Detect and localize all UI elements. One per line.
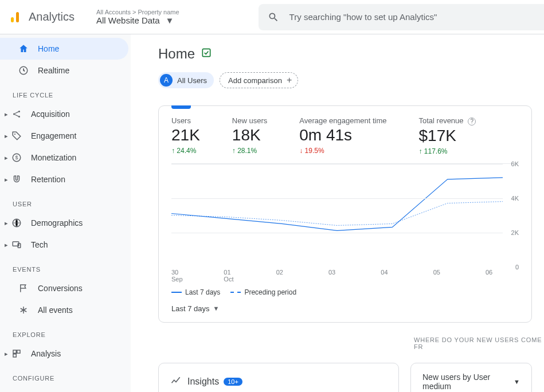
- metric-delta: ↑ 24.4%: [171, 147, 200, 155]
- help-icon[interactable]: ?: [468, 117, 476, 126]
- sidebar-item-label: Retention: [31, 175, 65, 184]
- sidebar-item-monetization[interactable]: ▸ $ Monetization: [0, 147, 128, 168]
- metric-label: Total revenue ?: [419, 116, 476, 126]
- chevron-right-icon: ▸: [5, 176, 10, 183]
- account-picker[interactable]: All Accounts > Property name All Website…: [92, 0, 184, 34]
- active-metric-indicator: [171, 105, 191, 109]
- legend-item: Preceding period: [230, 288, 296, 296]
- sidebar-item-label: Conversions: [38, 284, 83, 293]
- chevron-right-icon: ▸: [5, 132, 10, 140]
- svg-rect-16: [202, 49, 210, 56]
- sidebar-item-retention[interactable]: ▸ Retention: [0, 168, 128, 190]
- sidebar-item-admin[interactable]: Admin: [0, 386, 128, 392]
- x-axis-label: 06: [486, 269, 503, 283]
- all-users-label: All Users: [177, 76, 207, 85]
- x-axis-label: 03: [328, 269, 346, 283]
- metric-value: 0m 41s: [299, 126, 386, 144]
- account-view: All Website Data: [96, 15, 160, 25]
- metric-label: Average engagement time: [299, 116, 386, 125]
- y-axis-label: 2K: [511, 229, 519, 236]
- users-line-chart: 02K4K6K: [171, 163, 519, 266]
- home-icon: [17, 44, 30, 54]
- metric-delta: ↓ 19.5%: [299, 147, 386, 155]
- overview-card: Users21K↑ 24.4%New users18K↑ 28.1%Averag…: [158, 105, 532, 323]
- sidebar-item-label: All events: [38, 305, 73, 315]
- gridline: [171, 164, 503, 164]
- dollar-icon: $: [10, 152, 23, 163]
- verified-icon: [201, 47, 212, 61]
- sidebar-item-label: Realtime: [38, 66, 69, 75]
- metric-total-revenue[interactable]: Total revenue ?$17K↑ 117.6%: [419, 116, 476, 155]
- search-icon: [268, 11, 279, 23]
- svg-rect-0: [11, 17, 14, 22]
- svg-rect-1: [16, 12, 19, 22]
- svg-point-5: [18, 116, 20, 117]
- plus-icon: +: [287, 75, 292, 85]
- sidebar-item-label: Home: [38, 44, 59, 53]
- x-axis-label: 02: [276, 269, 293, 283]
- sidebar-item-engagement[interactable]: ▸ Engagement: [0, 125, 128, 147]
- sidebar-item-home[interactable]: Home: [0, 38, 128, 60]
- legend-swatch-icon: [230, 292, 241, 293]
- clock-icon: [17, 65, 30, 76]
- y-axis-label: 6K: [511, 160, 519, 167]
- chevron-down-icon: ▼: [166, 15, 174, 25]
- add-comparison-button[interactable]: Add comparison +: [220, 72, 298, 88]
- main-content: Home A All Users Add comparison + Users2…: [131, 34, 544, 392]
- globe-icon: [10, 218, 23, 228]
- acquisition-icon: [10, 109, 23, 119]
- chevron-right-icon: ▸: [5, 154, 10, 162]
- sidebar-item-acquisition[interactable]: ▸ Acquisition: [0, 103, 128, 125]
- x-axis-label: 30Sep: [171, 269, 189, 283]
- magnet-icon: [10, 174, 23, 185]
- insights-badge: 10+: [224, 378, 242, 386]
- new-users-label: New users by User medium: [422, 373, 510, 391]
- date-range-label: Last 7 days: [171, 304, 210, 313]
- chevron-down-icon: ▼: [514, 378, 520, 385]
- insights-card[interactable]: Insights 10+: [158, 363, 399, 393]
- page-title: Home: [158, 46, 195, 62]
- sidebar-item-label: Demographics: [31, 218, 83, 228]
- date-range-picker[interactable]: Last 7 days ▼: [171, 304, 519, 313]
- sidebar-item-realtime[interactable]: Realtime: [0, 60, 128, 81]
- new-users-card[interactable]: New users by User medium ▼: [410, 363, 532, 393]
- all-users-pill[interactable]: A All Users: [158, 72, 214, 88]
- flag-icon: [17, 283, 30, 293]
- chevron-right-icon: ▸: [5, 350, 10, 358]
- sidebar-item-all-events[interactable]: All events: [0, 299, 128, 321]
- svg-point-4: [18, 111, 20, 112]
- gridline: [171, 198, 503, 199]
- sidebar-item-label: Analysis: [31, 349, 61, 358]
- sidebar-item-tech[interactable]: ▸ Tech: [0, 234, 128, 256]
- y-axis-label: 0: [515, 264, 519, 271]
- gridline: [171, 233, 503, 233]
- metric-new-users[interactable]: New users18K↑ 28.1%: [232, 116, 267, 155]
- asterisk-icon: [17, 305, 30, 315]
- metric-users[interactable]: Users21K↑ 24.4%: [171, 116, 200, 155]
- sidebar-section-explore: EXPLORE: [0, 321, 131, 343]
- legend-item: Last 7 days: [171, 288, 220, 296]
- x-axis-label: 04: [381, 269, 398, 283]
- legend-swatch-icon: [171, 292, 182, 293]
- x-axis-label: 01Oct: [224, 269, 241, 283]
- sidebar-item-analysis[interactable]: ▸ Analysis: [0, 343, 128, 364]
- svg-rect-14: [13, 354, 16, 357]
- sidebar: Home Realtime LIFE CYCLE ▸ Acquisition ▸…: [0, 34, 131, 392]
- sidebar-section-events: EVENTS: [0, 256, 131, 277]
- search-input[interactable]: Try searching "how to set up Analytics": [259, 4, 544, 30]
- devices-icon: [10, 240, 23, 250]
- svg-rect-13: [17, 350, 20, 353]
- account-breadcrumb: All Accounts > Property name: [96, 9, 179, 15]
- insights-icon: [170, 375, 182, 389]
- metric-average-engagement-time[interactable]: Average engagement time0m 41s↓ 19.5%: [299, 116, 386, 155]
- sidebar-item-demographics[interactable]: ▸ Demographics: [0, 212, 128, 234]
- brand: Analytics: [0, 10, 92, 24]
- section-caption: WHERE DO YOUR NEW USERS COME FR: [414, 336, 544, 350]
- sidebar-item-label: Engagement: [31, 131, 76, 140]
- sidebar-item-conversions[interactable]: Conversions: [0, 277, 128, 299]
- svg-text:$: $: [15, 155, 18, 160]
- sidebar-item-label: Acquisition: [31, 109, 70, 119]
- top-bar: Analytics All Accounts > Property name A…: [0, 0, 544, 34]
- metric-label: Users: [171, 116, 200, 125]
- metric-value: 18K: [232, 126, 267, 144]
